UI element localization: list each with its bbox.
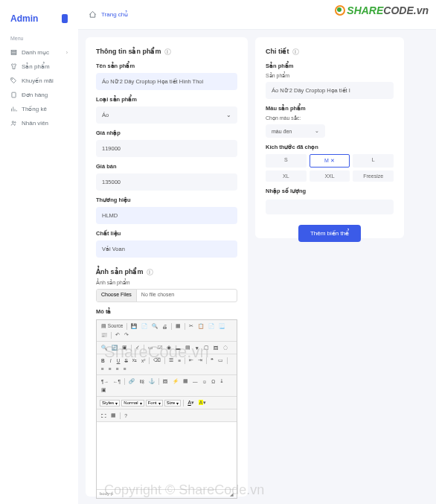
- hr-icon[interactable]: —: [191, 378, 199, 385]
- bullist-icon[interactable]: ≡: [176, 357, 182, 364]
- preview-icon[interactable]: 🔍: [150, 322, 159, 330]
- blocks-icon[interactable]: ▦: [109, 412, 118, 419]
- iframe-icon[interactable]: ▣: [100, 386, 108, 394]
- font-select[interactable]: Font ▾: [146, 400, 163, 406]
- textfield-icon[interactable]: ▬: [174, 345, 182, 351]
- name-input[interactable]: [96, 73, 237, 90]
- paste-icon[interactable]: 📄: [207, 322, 216, 330]
- text-color-icon[interactable]: A▾: [186, 399, 195, 406]
- import-input[interactable]: [96, 140, 237, 157]
- breadcrumb[interactable]: Trang chủ: [89, 10, 128, 19]
- styles-select[interactable]: Styles ▾: [100, 400, 120, 406]
- anchor-icon[interactable]: ⚓: [147, 377, 156, 385]
- smiley-icon[interactable]: ☺: [201, 378, 209, 385]
- undo-icon[interactable]: ↶: [114, 331, 121, 339]
- info-icon[interactable]: i: [147, 269, 153, 275]
- sidebar-item-stats[interactable]: Thống kê: [0, 102, 78, 116]
- unlink-icon[interactable]: ⛓: [138, 378, 146, 385]
- size-option-m[interactable]: M ✕: [310, 154, 350, 168]
- qty-input[interactable]: [266, 200, 394, 214]
- sidebar-item-promotion[interactable]: Khuyến mãi: [0, 74, 78, 88]
- copy-icon[interactable]: 📋: [196, 322, 205, 330]
- align-left-icon[interactable]: ≡: [100, 366, 106, 372]
- detail-product-input[interactable]: [266, 82, 394, 99]
- replace-icon[interactable]: 🔄: [110, 344, 119, 351]
- link-icon[interactable]: 🔗: [127, 377, 136, 385]
- form-icon[interactable]: ▭: [147, 344, 155, 351]
- format-select[interactable]: Normal ▾: [121, 400, 144, 406]
- checkbox-icon[interactable]: ☑: [156, 344, 164, 351]
- color-select[interactable]: màu đen ⌄: [266, 124, 325, 138]
- sub-icon[interactable]: x₂: [131, 357, 138, 364]
- size-option-freesize[interactable]: Freesize: [353, 170, 394, 182]
- sup-icon[interactable]: x²: [140, 357, 147, 364]
- size-option-s[interactable]: S: [266, 154, 307, 168]
- underline-icon[interactable]: U: [115, 357, 122, 364]
- special-char-icon[interactable]: Ω: [210, 378, 217, 385]
- radio-icon[interactable]: ◉: [165, 344, 173, 351]
- redo-icon[interactable]: ↷: [123, 331, 130, 339]
- paste-word-icon[interactable]: 📰: [100, 331, 109, 339]
- textarea-icon[interactable]: ▤: [184, 344, 192, 351]
- select-icon[interactable]: ▼: [193, 345, 201, 351]
- price-input[interactable]: [96, 173, 237, 191]
- div-icon[interactable]: ▭: [217, 357, 225, 364]
- justify-icon[interactable]: ≡: [122, 366, 128, 372]
- image-icon[interactable]: 🖼: [161, 378, 170, 385]
- print-icon[interactable]: 🖨: [161, 323, 169, 330]
- bg-color-icon[interactable]: A▾: [197, 399, 208, 406]
- align-right-icon[interactable]: ≡: [115, 366, 121, 372]
- strike-icon[interactable]: S: [123, 357, 129, 364]
- button-icon[interactable]: ▢: [202, 344, 211, 351]
- svg-rect-1: [11, 52, 16, 54]
- maximize-icon[interactable]: ⛶: [100, 412, 108, 419]
- image-button-icon[interactable]: 🖼: [212, 345, 220, 351]
- cut-icon[interactable]: ✂: [187, 322, 195, 330]
- quote-icon[interactable]: ❝: [209, 357, 215, 364]
- spell-icon[interactable]: ✓: [134, 344, 141, 351]
- remove-format-icon[interactable]: ⌫: [152, 357, 162, 364]
- align-center-icon[interactable]: ≡: [107, 366, 113, 372]
- sidebar-item-product[interactable]: Sản phẩm: [0, 60, 78, 74]
- add-variant-button[interactable]: Thêm biến thể: [298, 225, 361, 242]
- new-icon[interactable]: 📄: [140, 322, 149, 330]
- select-all-icon[interactable]: ▣: [121, 344, 129, 351]
- close-icon[interactable]: ✕: [330, 158, 335, 163]
- save-icon[interactable]: 💾: [129, 322, 138, 330]
- sidebar-item-order[interactable]: Đơn hàng: [0, 88, 78, 102]
- hidden-icon[interactable]: ◌: [222, 344, 229, 351]
- pagebreak-icon[interactable]: ⤓: [218, 377, 225, 385]
- price-label: Giá bán: [96, 163, 237, 170]
- choose-files-button[interactable]: Choose Files: [97, 290, 137, 302]
- size-option-xl[interactable]: XL: [266, 170, 307, 182]
- sidebar-item-staff[interactable]: Nhân viên: [0, 116, 78, 130]
- italic-icon[interactable]: I: [108, 357, 114, 364]
- size-option-xxl[interactable]: XXL: [310, 170, 350, 182]
- numlist-icon[interactable]: ☰: [167, 357, 175, 364]
- material-input[interactable]: [96, 240, 237, 258]
- ltr-icon[interactable]: ¶→: [100, 378, 110, 385]
- templates-icon[interactable]: ▦: [174, 322, 182, 330]
- brand-input[interactable]: [96, 207, 237, 224]
- editor-content-area[interactable]: [97, 422, 237, 489]
- about-icon[interactable]: ?: [123, 412, 129, 419]
- outdent-icon[interactable]: ⇤: [187, 357, 195, 364]
- info-icon[interactable]: i: [292, 48, 299, 55]
- rtl-icon[interactable]: ←¶: [112, 378, 122, 385]
- table-icon[interactable]: ▦: [182, 377, 190, 385]
- bold-icon[interactable]: B: [100, 357, 106, 364]
- resize-handle-icon[interactable]: ◢: [230, 491, 234, 497]
- source-button[interactable]: ▤ Source: [100, 322, 124, 330]
- sidebar-item-category[interactable]: Danh mục ›: [0, 45, 78, 60]
- type-select[interactable]: Áo ⌄: [96, 106, 237, 124]
- size-select[interactable]: Size ▾: [164, 400, 182, 406]
- info-icon[interactable]: i: [164, 48, 171, 55]
- flash-icon[interactable]: ⚡: [171, 377, 180, 385]
- paste-text-icon[interactable]: 📃: [217, 322, 226, 330]
- file-input[interactable]: Choose Files No file chosen: [96, 289, 237, 302]
- size-option-l[interactable]: L: [353, 154, 394, 168]
- indent-icon[interactable]: ⇥: [196, 357, 204, 364]
- find-icon[interactable]: 🔍: [100, 344, 109, 351]
- logo-text2: CODE.vn: [383, 4, 429, 16]
- color-sub: Chọn màu sắc:: [266, 115, 394, 121]
